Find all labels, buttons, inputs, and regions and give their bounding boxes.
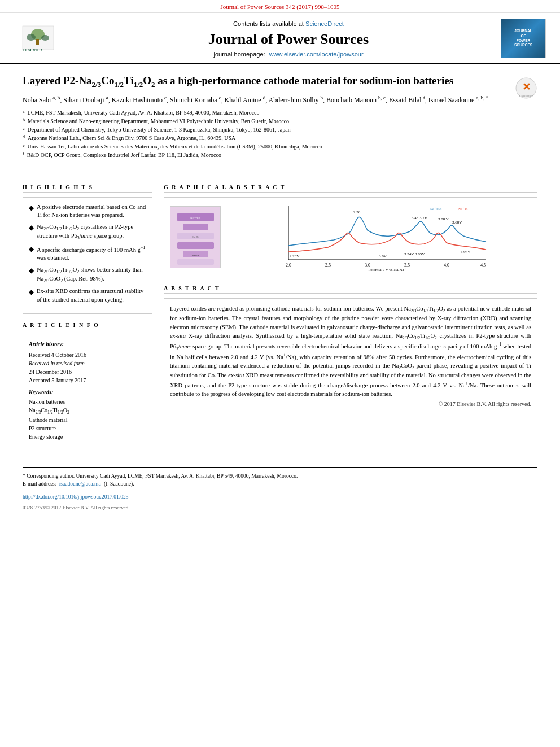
svg-text:2.23V: 2.23V <box>290 254 299 259</box>
highlights-box: ◆ A positive electrode material based on… <box>23 197 152 314</box>
journal-logo-box: JOURNALOFPOWERSOURCES <box>501 19 546 58</box>
crossmark-icon: ✕ CrossMark <box>515 77 537 99</box>
keyword-1: Na-ion batteries <box>29 397 146 406</box>
homepage-url[interactable]: www.elsevier.com/locate/jpowsour <box>269 51 364 58</box>
homepage-line: journal homepage: www.elsevier.com/locat… <box>79 51 498 58</box>
svg-text:Na+out: Na+out <box>190 216 200 220</box>
keyword-5: Energy storage <box>29 433 146 441</box>
crystal-structure-icon: Na+out Co,Ti Na+in <box>172 207 220 267</box>
svg-text:4.0: 4.0 <box>444 263 449 268</box>
sciencedirect-link[interactable]: ScienceDirect <box>305 20 344 27</box>
svg-text:3.88 V: 3.88 V <box>438 217 449 221</box>
email-suffix: (I. Saadoune). <box>104 481 134 487</box>
crystal-structure-image: Na+out Co,Ti Na+in <box>170 206 221 268</box>
svg-rect-18 <box>177 259 214 265</box>
svg-text:CrossMark: CrossMark <box>519 94 533 98</box>
article-history-title: Article history: <box>29 341 146 347</box>
bullet-icon: ◆ <box>29 266 34 284</box>
received-date: Received 4 October 2016 <box>29 351 146 359</box>
svg-text:✕: ✕ <box>522 81 531 93</box>
affil-e: e Univ Hassan 1er, Laboratoire des Scien… <box>23 142 509 151</box>
highlight-item-2: ◆ Na2/3Co1/2Ti1/2O2 crystallizes in P2-t… <box>29 223 146 241</box>
affil-d: d Argonne National Lab., Chem Sci & Engn… <box>23 134 509 142</box>
journal-logo-text: JOURNALOFPOWERSOURCES <box>514 29 532 48</box>
header-center: Contents lists available at ScienceDirec… <box>79 19 498 57</box>
keywords-title: Keywords: <box>29 389 146 395</box>
journal-title: Journal of Power Sources <box>79 30 498 48</box>
revised-label: Received in revised form <box>29 359 146 368</box>
header-right: JOURNALOFPOWERSOURCES <box>498 19 549 58</box>
abstract-header: A B S T R A C T <box>164 285 537 294</box>
keywords-section: Keywords: Na-ion batteries Na2/3Co1/2Ti1… <box>29 389 146 441</box>
highlight-item-5: ◆ Ex-situ XRD confirms the structural st… <box>29 287 146 304</box>
header-left: ELSEVIER <box>11 23 79 54</box>
email-link[interactable]: isaadoune@uca.ma <box>59 481 101 487</box>
svg-text:2.0: 2.0 <box>286 263 291 268</box>
svg-text:4.5: 4.5 <box>480 263 486 268</box>
article-title-area: Layered P2-Na2/3Co1/2Ti1/2O2 as a high-p… <box>23 74 509 171</box>
homepage-prefix: journal homepage: <box>213 51 265 58</box>
svg-text:2.36: 2.36 <box>353 210 361 215</box>
two-column-layout: H I G H L I G H T S ◆ A positive electro… <box>23 184 537 447</box>
article-footer: * Corresponding author. University Cadi … <box>23 467 537 512</box>
journal-header: ELSEVIER Contents lists available at Sci… <box>0 13 560 64</box>
article-info-header: A R T I C L E I N F O <box>23 322 152 330</box>
affil-c: c Department of Applied Chemistry, Tokyo… <box>23 125 509 134</box>
accepted-date: Accepted 5 January 2017 <box>29 376 146 385</box>
graphical-abstract-box: Na+out Co,Ti Na+in <box>164 197 537 277</box>
highlight-item-1: ◆ A positive electrode material based on… <box>29 203 146 220</box>
svg-text:3.94V: 3.94V <box>461 250 470 254</box>
svg-rect-12 <box>183 224 208 230</box>
keyword-3: Cathode material <box>29 416 146 424</box>
affil-b: b Materials Science and Nano-engineering… <box>23 117 509 125</box>
bullet-icon: ◆ <box>29 244 34 263</box>
abstract-box: Layered oxides are regarded as promising… <box>164 298 537 413</box>
svg-text:Na⁺out: Na⁺out <box>430 207 441 211</box>
email-line: E-mail address: isaadoune@uca.ma (I. Saa… <box>23 480 537 488</box>
right-column: G R A P H I C A L A B S T R A C T Na+out… <box>164 184 537 447</box>
svg-text:3.43 3.7V: 3.43 3.7V <box>412 216 427 220</box>
svg-text:Potential / V vs Na/Na⁺: Potential / V vs Na/Na⁺ <box>368 268 406 271</box>
email-prefix: E-mail address: <box>23 481 56 487</box>
article-content: Layered P2-Na2/3Co1/2Ti1/2O2 as a high-p… <box>0 64 560 458</box>
abstract-section: A B S T R A C T Layered oxides are regar… <box>164 285 537 413</box>
contents-available: Contents lists available at ScienceDirec… <box>79 19 498 28</box>
bullet-icon: ◆ <box>29 287 34 304</box>
article-title-section: Layered P2-Na2/3Co1/2Ti1/2O2 as a high-p… <box>23 64 537 177</box>
svg-rect-15 <box>177 242 214 249</box>
abstract-copyright: © 2017 Elsevier B.V. All rights reserved… <box>170 401 531 407</box>
elsevier-logo-area: ELSEVIER <box>20 23 71 54</box>
affil-a: a LCME, FST Marrakesh, University Cadi A… <box>23 108 509 117</box>
revised-date: 24 December 2016 <box>29 368 146 376</box>
contents-text: Contents lists available at <box>233 20 304 27</box>
crossmark-logo: ✕ CrossMark <box>515 77 537 99</box>
svg-point-3 <box>27 34 36 41</box>
journal-citation-bar: Journal of Power Sources 342 (2017) 998–… <box>0 0 560 13</box>
svg-text:3.34V 3.85V: 3.34V 3.85V <box>404 252 425 256</box>
highlight-item-3: ◆ A specific discharge capacity of 100 m… <box>29 244 146 263</box>
svg-text:3.8V: 3.8V <box>379 254 387 259</box>
svg-text:3.0: 3.0 <box>365 263 370 268</box>
page: Journal of Power Sources 342 (2017) 998–… <box>0 0 560 747</box>
svg-text:3.68V: 3.68V <box>452 220 462 225</box>
svg-text:Na+in: Na+in <box>191 254 199 257</box>
article-info-box: Article history: Received 4 October 2016… <box>23 335 152 447</box>
highlights-header: H I G H L I G H T S <box>23 184 152 193</box>
bullet-icon: ◆ <box>29 203 34 220</box>
corresponding-author-note: * Corresponding author. University Cadi … <box>23 472 537 480</box>
authors-line: Noha Sabi a, b, Siham Doubaji a, Kazuki … <box>23 94 509 105</box>
doi-line: http://dx.doi.org/10.1016/j.jpowsour.201… <box>23 493 537 501</box>
cv-chart: 2.0 2.5 3.0 3.5 4.0 4.5 Potential / V vs… <box>226 203 531 271</box>
doi-link[interactable]: http://dx.doi.org/10.1016/j.jpowsour.201… <box>23 494 128 500</box>
graphical-abstract-header: G R A P H I C A L A B S T R A C T <box>164 184 537 193</box>
svg-text:3.5: 3.5 <box>404 263 410 268</box>
cv-chart-svg: 2.0 2.5 3.0 3.5 4.0 4.5 Potential / V vs… <box>226 203 531 271</box>
issn-bar: 0378-7753/© 2017 Elsevier B.V. All right… <box>23 504 537 512</box>
highlight-item-4: ◆ Na2/3Co1/2Ti1/2O2 shows better stabili… <box>29 266 146 284</box>
svg-text:2.5: 2.5 <box>325 263 331 268</box>
corresponding-author-text: * Corresponding author. University Cadi … <box>23 473 298 479</box>
affil-f: f R&D OCP, OCP Group, Complexe Industrie… <box>23 151 509 159</box>
svg-point-4 <box>41 35 49 41</box>
journal-citation-text: Journal of Power Sources 342 (2017) 998–… <box>221 3 340 10</box>
elsevier-tree-icon: ELSEVIER <box>20 23 65 54</box>
